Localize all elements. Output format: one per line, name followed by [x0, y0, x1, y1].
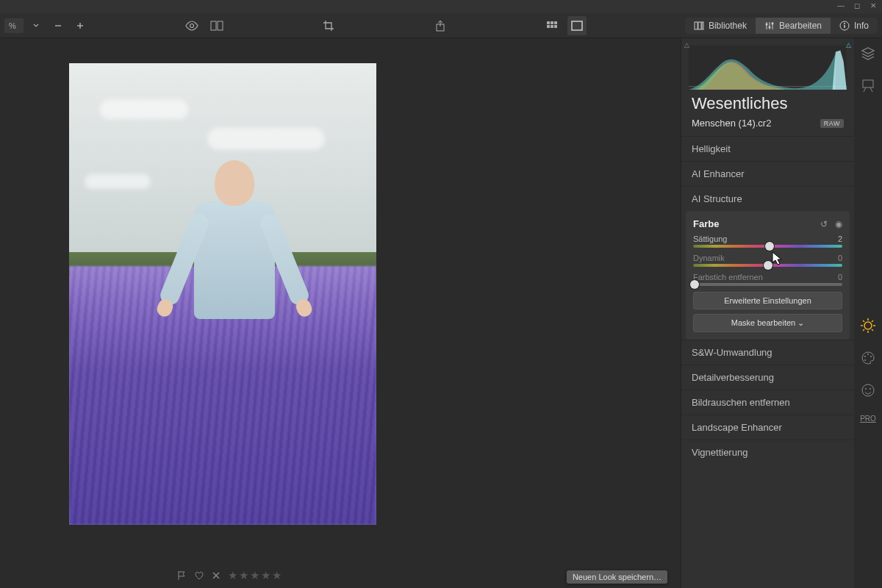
window-close-button[interactable]: ✕ [869, 2, 878, 11]
svg-line-27 [864, 87, 866, 92]
svg-point-29 [864, 322, 872, 329]
window-titlebar: — ◻ ✕ [0, 0, 882, 13]
highlight-clip-icon[interactable]: △ [846, 41, 851, 49]
svg-rect-14 [695, 22, 698, 29]
svg-rect-10 [547, 25, 550, 28]
panel-bw[interactable]: S&W-Umwandlung [681, 340, 854, 365]
tab-info[interactable]: Info [831, 18, 878, 34]
slider-colorcast-label: Farbstich entfernen [693, 273, 763, 282]
panel-vignette[interactable]: Vignettierung [681, 440, 854, 465]
reset-icon[interactable]: ↺ [820, 219, 828, 229]
window-minimize-button[interactable]: — [836, 2, 845, 11]
svg-line-35 [872, 329, 873, 331]
save-look-tooltip[interactable]: Neuen Look speichern… [567, 570, 667, 584]
slider-vibrance-track[interactable] [693, 264, 842, 267]
heart-icon[interactable] [194, 570, 204, 581]
canvas-icon[interactable] [860, 78, 876, 94]
svg-line-37 [863, 329, 864, 331]
tab-library[interactable]: Bibliothek [685, 18, 756, 34]
main-area: ★★★★★ △ △ Wesentliches Menschen (14).cr2… [0, 38, 882, 588]
svg-point-42 [862, 384, 874, 396]
svg-point-44 [870, 388, 871, 390]
svg-rect-16 [702, 22, 703, 29]
panel-landscape[interactable]: Landscape Enhancer [681, 415, 854, 440]
layout-toggle-group [542, 16, 587, 35]
share-icon[interactable] [431, 16, 450, 35]
slider-colorcast: Farbstich entfernen 0 [693, 273, 842, 286]
slider-saturation-value: 2 [838, 234, 842, 243]
slider-colorcast-value: 0 [838, 273, 842, 282]
panel-brightness[interactable]: Helligkeit [681, 136, 854, 161]
canvas-viewport[interactable] [0, 38, 681, 563]
reject-x-icon[interactable] [212, 571, 220, 580]
filename-label: Menschen (14).cr2 [692, 118, 771, 129]
histogram[interactable]: △ △ [689, 46, 847, 87]
panel-detail[interactable]: Detailverbesserung [681, 365, 854, 390]
preview-eye-icon[interactable] [182, 16, 201, 35]
canvas-area: ★★★★★ [0, 38, 681, 588]
layers-icon[interactable] [860, 46, 876, 62]
panel-ai-enhancer[interactable]: AI Enhancer [681, 161, 854, 186]
top-toolbar: % B [0, 13, 882, 38]
advanced-settings-button[interactable]: Erweiterte Einstellungen [693, 292, 842, 309]
zoom-out-button[interactable] [49, 16, 68, 35]
compare-icon[interactable] [207, 16, 226, 35]
mode-tabs: Bibliothek Bearbeiten Info [685, 18, 878, 34]
svg-line-34 [863, 320, 864, 322]
zoom-field[interactable]: % [4, 18, 24, 33]
edit-mask-button[interactable]: Maske bearbeiten ⌄ [693, 314, 842, 332]
rating-stars-glyphs: ★★★★★ [228, 569, 283, 581]
slider-vibrance: Dynamik 0 [693, 254, 842, 267]
svg-rect-9 [554, 21, 557, 24]
slider-vibrance-thumb[interactable] [764, 261, 772, 270]
svg-rect-8 [551, 21, 553, 24]
single-view-icon[interactable] [567, 16, 587, 35]
svg-line-28 [870, 87, 872, 92]
rating-stars[interactable]: ★★★★★ [228, 569, 283, 582]
svg-point-38 [864, 356, 866, 357]
tab-edit[interactable]: Bearbeiten [756, 18, 831, 34]
essentials-tool-icon[interactable] [860, 318, 876, 334]
zoom-controls: % [4, 16, 90, 35]
svg-rect-13 [572, 21, 582, 30]
raw-badge: RAW [820, 119, 844, 128]
crop-tool-icon[interactable] [319, 16, 338, 35]
tab-edit-label: Bearbeiten [779, 21, 822, 31]
flag-icon[interactable] [176, 570, 187, 581]
photo-preview [69, 63, 376, 525]
slider-colorcast-track[interactable] [693, 283, 842, 286]
slider-saturation-track[interactable] [693, 245, 842, 248]
svg-rect-11 [551, 25, 553, 28]
zoom-in-button[interactable] [71, 16, 90, 35]
panel-ai-structure[interactable]: AI Structure [681, 186, 854, 211]
slider-saturation-thumb[interactable] [765, 242, 774, 251]
tool-strip: PRO [854, 38, 882, 588]
slider-colorcast-thumb[interactable] [690, 280, 699, 289]
svg-point-22 [771, 22, 773, 24]
panel-noise[interactable]: Bildrauschen entfernen [681, 390, 854, 415]
panel-color: Farbe ↺ ◉ Sättigung 2 Dynamik 0 [686, 211, 850, 340]
portrait-tool-icon[interactable] [860, 382, 876, 398]
zoom-dropdown-icon[interactable] [26, 16, 46, 35]
panel-color-title: Farbe [693, 218, 719, 229]
slider-saturation: Sättigung 2 [693, 234, 842, 248]
svg-rect-7 [547, 21, 550, 24]
view-toggle-group [182, 16, 226, 35]
pro-link[interactable]: PRO [860, 415, 876, 423]
panel-section-title: Wesentliches [681, 88, 854, 115]
file-row: Menschen (14).cr2 RAW [681, 115, 854, 136]
svg-point-41 [864, 359, 866, 361]
slider-vibrance-label: Dynamik [693, 254, 725, 262]
window-maximize-button[interactable]: ◻ [853, 2, 861, 11]
svg-point-21 [768, 26, 770, 28]
svg-rect-4 [211, 21, 216, 30]
slider-saturation-label: Sättigung [693, 234, 727, 243]
creative-tool-icon[interactable] [860, 350, 876, 366]
svg-point-3 [190, 24, 193, 27]
slider-vibrance-value: 0 [838, 254, 842, 262]
panel-toggle-icon[interactable]: ◉ [835, 219, 842, 229]
svg-point-20 [765, 23, 767, 25]
grid-view-icon[interactable] [542, 16, 562, 35]
svg-line-36 [872, 320, 873, 322]
svg-rect-26 [863, 80, 873, 87]
